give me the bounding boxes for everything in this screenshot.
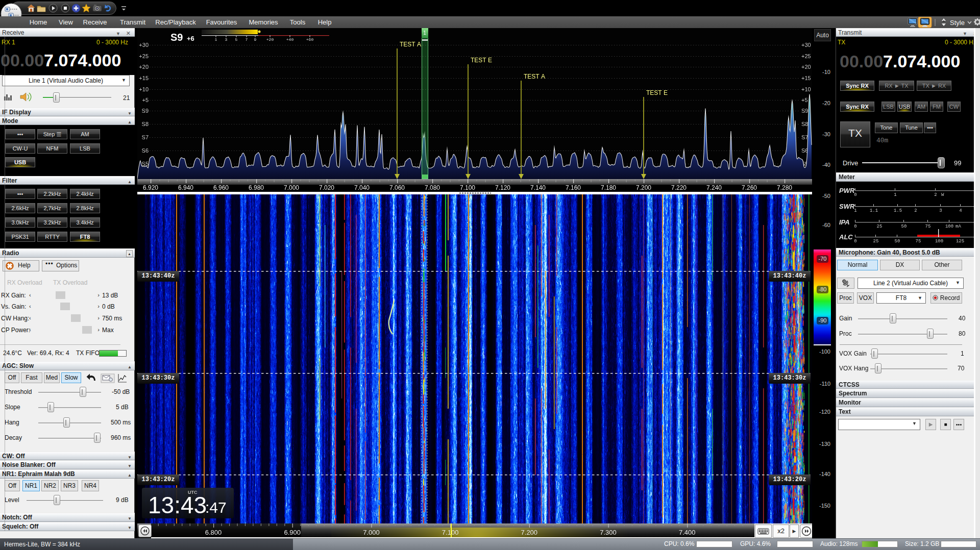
svg-text:Style: Style	[950, 19, 965, 27]
